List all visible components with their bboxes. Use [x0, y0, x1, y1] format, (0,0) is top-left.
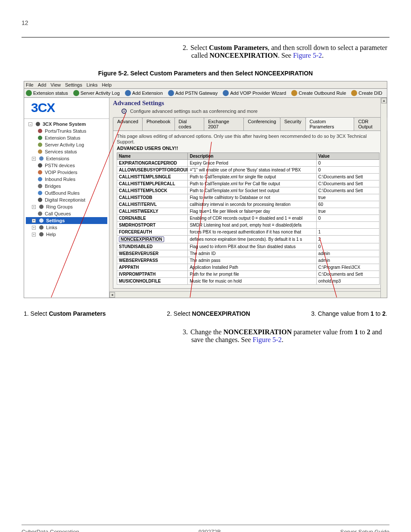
- step3-bold-a: NONCEEXPIRATION: [223, 328, 292, 336]
- tree-item-ports/trunks-status[interactable]: Ports/Trunks Status: [26, 128, 107, 134]
- param-value[interactable]: C:\Program Files\3CX: [316, 264, 379, 271]
- param-value[interactable]: admin: [316, 257, 379, 264]
- param-name: FORCEREAUTH: [117, 229, 188, 236]
- table-row[interactable]: WEBSERVERUSERThe admin IDadmin: [117, 250, 380, 257]
- menu-settings[interactable]: Settings: [65, 82, 82, 87]
- tab-exchange-2007[interactable]: Exchange 2007: [204, 117, 244, 131]
- param-value[interactable]: C:\Documents and Sett: [316, 271, 379, 278]
- param-value[interactable]: 0: [316, 215, 379, 222]
- tab-dial-codes[interactable]: Dial codes: [174, 117, 204, 131]
- tree-item-extensions[interactable]: +Extensions: [26, 155, 107, 162]
- param-value[interactable]: 2: [316, 236, 379, 243]
- param-name: MUSICONHOLDFILE: [117, 278, 188, 285]
- scroll-left-icon[interactable]: ◂: [109, 292, 115, 298]
- param-value[interactable]: 0: [316, 160, 379, 167]
- toolbar-add-extension[interactable]: Add Extension: [125, 90, 163, 96]
- table-row[interactable]: EXPIRATIONGRACEPERIODExpiry Grace Period…: [117, 160, 380, 167]
- menu-help[interactable]: Help: [102, 82, 112, 87]
- tab-advanced[interactable]: Advanced: [113, 117, 143, 131]
- table-row[interactable]: NONCEEXPIRATIONdefines nonce expiration …: [117, 236, 380, 243]
- tab-security[interactable]: Security: [280, 117, 306, 131]
- table-row[interactable]: CALLHISTTEMPLSINGLEPath to CallTemplate.…: [117, 174, 380, 180]
- tree-item-extension-status[interactable]: Extension Status: [26, 134, 107, 141]
- menu-view[interactable]: View: [50, 82, 61, 87]
- toolbar-server-activity-log[interactable]: Server Activity Log: [73, 90, 120, 96]
- toolbar-label: Create DID: [358, 90, 382, 96]
- table-row[interactable]: CALLHISTTODBFlag to write callhistory to…: [117, 194, 380, 201]
- expand-icon[interactable]: +: [32, 205, 36, 209]
- tree-icon: [37, 169, 43, 175]
- menu-file[interactable]: File: [26, 82, 34, 87]
- param-name: CALLHISTTEMPLSOCK: [117, 187, 188, 194]
- toolbar-create-outbound-rule[interactable]: Create Outbound Rule: [291, 90, 346, 96]
- table-row[interactable]: CALLHISTTEMPLPERCALLPath to CallTemplate…: [117, 180, 380, 187]
- tree-item-services-status[interactable]: Services status: [26, 148, 107, 155]
- param-value[interactable]: true: [316, 208, 379, 215]
- toolbar-add-voip-provider-wizard[interactable]: Add VOIP Provider Wizard: [223, 90, 286, 96]
- step3-link[interactable]: Figure 5-2: [253, 336, 282, 343]
- tree-icon: [38, 156, 44, 162]
- tree-item-links[interactable]: +Links: [26, 224, 107, 231]
- param-value[interactable]: true: [316, 194, 379, 201]
- param-value[interactable]: C:\Documents and Sett: [316, 187, 379, 194]
- table-row[interactable]: IVRPROMPTPATHPath for the ivr prompt fil…: [117, 271, 380, 278]
- param-value[interactable]: 1: [316, 229, 379, 236]
- step-2-num: 2.: [183, 44, 188, 51]
- tree-item-voip-providers[interactable]: VOIP Providers: [26, 169, 107, 176]
- param-value[interactable]: 60: [316, 201, 379, 208]
- expand-icon[interactable]: +: [32, 157, 36, 161]
- collapse-icon[interactable]: -: [28, 122, 32, 126]
- tree-item-pstn-devices[interactable]: PSTN devices: [26, 162, 107, 169]
- horizontal-scrollbar[interactable]: ◂ ▸: [109, 291, 387, 298]
- svg-point-14: [39, 218, 44, 223]
- param-name: CALLHISTWEEKLY: [117, 208, 188, 215]
- tree-item-server-activity-log[interactable]: Server Activity Log: [26, 141, 107, 148]
- menu-links[interactable]: Links: [87, 82, 98, 87]
- outer-vertical-scrollbar[interactable]: ▴: [380, 98, 387, 298]
- table-row[interactable]: APPPATHApplication Installed PathC:\Prog…: [117, 264, 380, 271]
- table-row[interactable]: MUSICONHOLDFILEMusic file for music on h…: [117, 278, 380, 285]
- table-row[interactable]: SMDRHOSTPORTSMDR Listening host and port…: [117, 222, 380, 229]
- tree-item-settings[interactable]: +Settings: [26, 217, 107, 224]
- column-header: Value: [316, 153, 379, 160]
- tree-item-3cx-phone-system[interactable]: -3CX Phone System: [26, 121, 107, 128]
- expand-icon[interactable]: +: [32, 219, 36, 223]
- toolbar-create-did[interactable]: Create DID: [351, 90, 382, 96]
- param-value[interactable]: 0: [316, 167, 379, 174]
- table-row[interactable]: CALLHISTITERIVLcallhistory interval in s…: [117, 201, 380, 208]
- toolbar-extension-status[interactable]: Extension status: [26, 90, 68, 96]
- param-value[interactable]: C:\Documents and Sett: [316, 180, 379, 187]
- table-row[interactable]: ALLOWUSEBUSYOPTFORGROUP="1" will enable …: [117, 167, 380, 174]
- tree-item-call-queues[interactable]: Call Queues: [26, 210, 107, 217]
- tree-item-help[interactable]: +Help: [26, 231, 107, 238]
- param-desc: forces PBX to re-request authentication …: [188, 229, 316, 236]
- table-row[interactable]: CALLHISTWEEKLYFlag true=1 file per Week …: [117, 208, 380, 215]
- tree-item-digital-receptionist[interactable]: Digital Receptionist: [26, 196, 107, 203]
- param-value[interactable]: onhold.mp3: [316, 278, 379, 285]
- tree-label: Ring Groups: [46, 204, 73, 209]
- param-value[interactable]: 0: [316, 243, 379, 250]
- table-row[interactable]: CDRENABLEEnabling of CDR records output …: [117, 215, 380, 222]
- tree-item-bridges[interactable]: Bridges: [26, 183, 107, 190]
- table-row[interactable]: CALLHISTTEMPLSOCKPath to CallTemplate.xm…: [117, 187, 380, 194]
- table-row[interactable]: FORCEREAUTHforces PBX to re-request auth…: [117, 229, 380, 236]
- expand-icon[interactable]: +: [32, 226, 36, 230]
- tab-conferencing[interactable]: Conferencing: [243, 117, 280, 131]
- toolbar-add-pstn-gateway[interactable]: Add PSTN Gateway: [168, 90, 218, 96]
- table-row[interactable]: STUNDISABLEDFlag used to inform PBX abou…: [117, 243, 380, 250]
- scroll-up-icon[interactable]: ▴: [381, 98, 387, 103]
- tree-label: Inbound Rules: [45, 177, 75, 182]
- step2-link[interactable]: Figure 5-2: [293, 52, 322, 59]
- tab-phonebook[interactable]: Phonebook: [142, 117, 175, 131]
- table-row[interactable]: WEBSERVERPASSThe admin passadmin: [117, 257, 380, 264]
- param-value[interactable]: [316, 222, 379, 229]
- tree-item-inbound-rules[interactable]: Inbound Rules: [26, 176, 107, 183]
- param-value[interactable]: C:\Documents and Sett: [316, 174, 379, 180]
- expand-icon[interactable]: +: [32, 233, 36, 236]
- tree-item-outbound-rules[interactable]: OutBound Rules: [26, 190, 107, 196]
- tab-custom-parameters[interactable]: Custom Parameters: [305, 117, 355, 131]
- tree-icon: [37, 135, 43, 141]
- param-value[interactable]: admin: [316, 250, 379, 257]
- menu-add[interactable]: Add: [38, 82, 47, 87]
- tree-item-ring-groups[interactable]: +Ring Groups: [26, 203, 107, 210]
